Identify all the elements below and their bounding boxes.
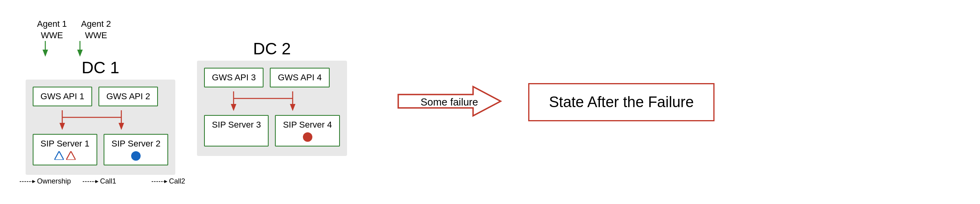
svg-marker-12: [32, 180, 35, 183]
svg-marker-5: [59, 123, 65, 130]
call2-label: Call2: [169, 177, 185, 185]
ownership-triangle-icon: [54, 151, 64, 160]
dc2-sip3: SIP Server 3: [204, 115, 269, 147]
call1-circle-icon: [131, 151, 141, 161]
dc2-connector-svg: [204, 91, 340, 111]
call1-arrow-icon: [83, 178, 98, 185]
failure-section: Some failure: [394, 83, 505, 121]
dc1-gws2: GWS API 2: [98, 87, 158, 106]
state-after-label: State After the Failure: [549, 94, 694, 110]
ownership-label: Ownership: [37, 177, 71, 185]
svg-marker-18: [231, 104, 236, 111]
svg-marker-16: [164, 180, 167, 183]
dc2-gws4: GWS API 4: [270, 68, 329, 87]
svg-marker-10: [66, 151, 76, 160]
svg-marker-3: [77, 50, 83, 57]
dc2-title: DC 2: [253, 39, 291, 58]
svg-marker-1: [43, 50, 48, 57]
diagram-container: Agent 1 WWE Agent 2 WWE DC 1: [0, 0, 980, 204]
failure-label: Some failure: [421, 96, 478, 108]
svg-marker-9: [54, 151, 64, 160]
dc2-gws-row: GWS API 3 GWS API 4: [204, 68, 340, 87]
state-after-box: State After the Failure: [528, 83, 715, 121]
call1-triangle-icon: [66, 151, 76, 160]
call2-circle-icon: [303, 132, 312, 142]
call2-arrow-icon: [152, 178, 167, 185]
dc1-sip-row: SIP Server 1 SIP Server 2: [33, 134, 169, 165]
dc1-sip1: SIP Server 1: [33, 134, 97, 165]
dc2-connectors: [204, 91, 340, 111]
dc1-sip2: SIP Server 2: [104, 134, 168, 165]
dc1-gws1: GWS API 1: [33, 87, 92, 106]
agent2-label: Agent 2 WWE: [81, 19, 111, 41]
dc2-sip-row: SIP Server 3 SIP Server 4: [204, 115, 340, 147]
agent2-arrow-icon: [76, 41, 84, 57]
dc1-box: GWS API 1 GWS API 2: [26, 80, 176, 175]
failure-arrow-wrapper: Some failure: [394, 83, 505, 121]
dc2-gws3: GWS API 3: [204, 68, 264, 87]
svg-marker-21: [290, 104, 295, 111]
dc1-gws-row: GWS API 1 GWS API 2: [33, 87, 169, 106]
svg-marker-8: [119, 123, 124, 130]
svg-marker-14: [95, 180, 98, 183]
ownership-arrow-icon: [20, 178, 35, 185]
dc1-connector-svg: [33, 110, 169, 130]
agent1-arrow-icon: [42, 41, 49, 57]
call1-label: Call1: [100, 177, 116, 185]
dc1-connectors: [33, 110, 169, 130]
dc2-sip4: SIP Server 4: [275, 115, 340, 147]
ownership-labels-row: Ownership Call1 Call2: [20, 177, 185, 185]
dc2-box: GWS API 3 GWS API 4 SIP Server 3: [197, 61, 347, 156]
agent1-label: Agent 1 WWE: [37, 19, 67, 41]
dc1-title: DC 1: [82, 58, 119, 77]
